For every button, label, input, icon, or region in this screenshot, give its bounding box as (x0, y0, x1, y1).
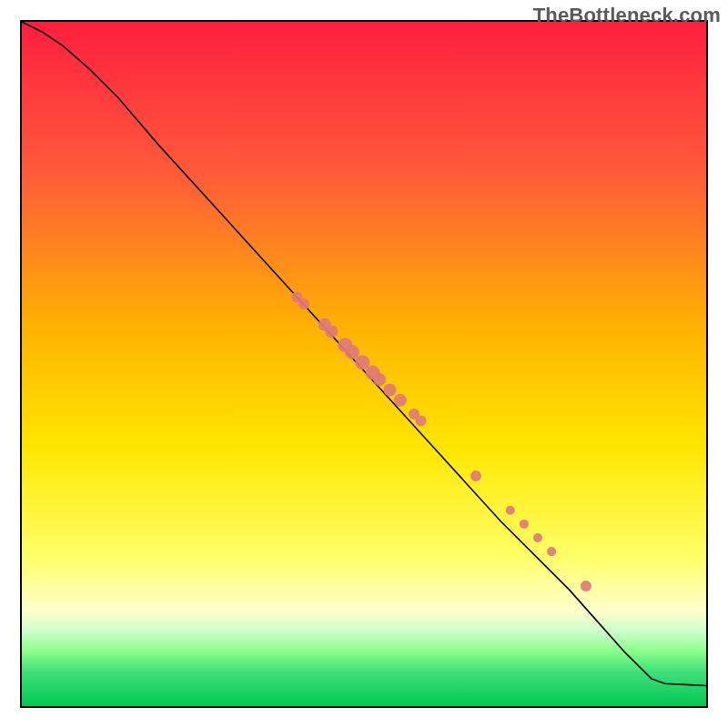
chart-stage: TheBottleneck.com (0, 0, 728, 728)
gradient-background (22, 22, 706, 706)
watermark-text: TheBottleneck.com (533, 4, 721, 27)
plot-svg (22, 22, 706, 706)
plot-area (20, 20, 708, 708)
